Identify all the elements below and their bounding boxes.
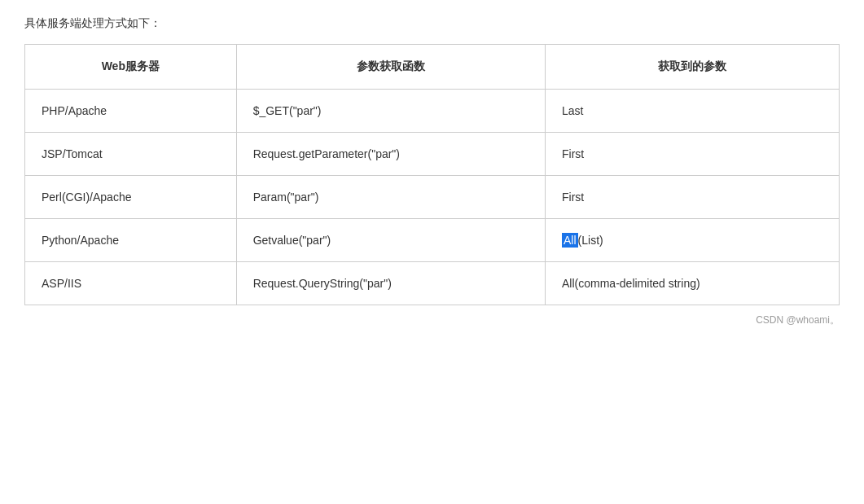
cell-function: Request.getParameter("par") xyxy=(236,133,545,176)
cell-param: All(List) xyxy=(546,219,840,262)
server-table: Web服务器 参数获取函数 获取到的参数 PHP/Apache$_GET("pa… xyxy=(24,44,840,305)
cell-function: Request.QueryString("par") xyxy=(236,262,545,305)
col-header-function: 参数获取函数 xyxy=(236,45,545,90)
table-row: Perl(CGI)/ApacheParam("par")First xyxy=(25,176,840,219)
cell-param: First xyxy=(546,133,840,176)
watermark: CSDN @whoami。 xyxy=(24,313,840,327)
table-row: Python/ApacheGetvalue("par")All(List) xyxy=(25,219,840,262)
cell-server: Perl(CGI)/Apache xyxy=(25,176,237,219)
cell-server: Python/Apache xyxy=(25,219,237,262)
cell-function: Param("par") xyxy=(236,176,545,219)
table-row: PHP/Apache$_GET("par")Last xyxy=(25,90,840,133)
cell-param: First xyxy=(546,176,840,219)
cell-server: JSP/Tomcat xyxy=(25,133,237,176)
cell-server: PHP/Apache xyxy=(25,90,237,133)
cell-param: Last xyxy=(546,90,840,133)
table-row: ASP/IISRequest.QueryString("par")All(com… xyxy=(25,262,840,305)
cell-param: All(comma-delimited string) xyxy=(546,262,840,305)
cell-function: Getvalue("par") xyxy=(236,219,545,262)
cell-server: ASP/IIS xyxy=(25,262,237,305)
highlight-text: All xyxy=(562,233,578,248)
cell-function: $_GET("par") xyxy=(236,90,545,133)
table-row: JSP/TomcatRequest.getParameter("par")Fir… xyxy=(25,133,840,176)
col-header-server: Web服务器 xyxy=(25,45,237,90)
col-header-param: 获取到的参数 xyxy=(546,45,840,90)
table-header-row: Web服务器 参数获取函数 获取到的参数 xyxy=(25,45,840,90)
intro-text: 具体服务端处理方式如下： xyxy=(24,16,840,31)
